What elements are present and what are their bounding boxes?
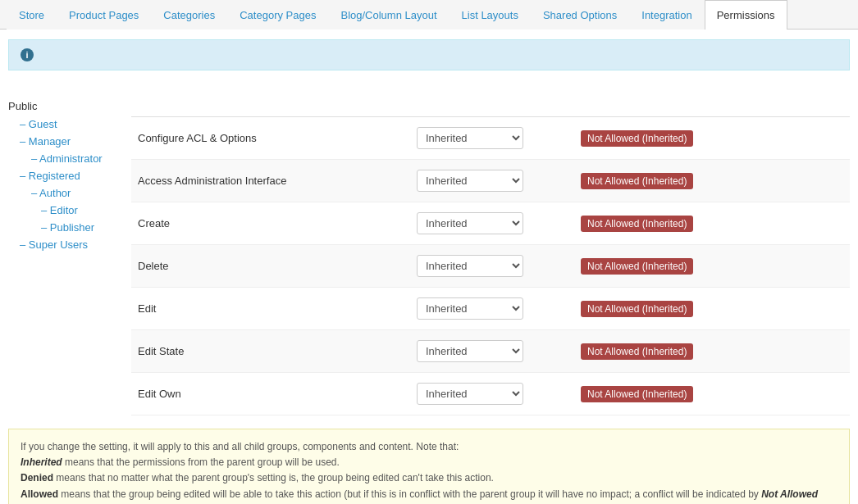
- notes-section: If you change the setting, it will apply…: [8, 429, 850, 504]
- sidebar: Public– Guest– Manager– Administrator– R…: [8, 93, 131, 415]
- tab-shared-options[interactable]: Shared Options: [531, 0, 629, 30]
- tab-blog-column-layout[interactable]: Blog/Column Layout: [328, 0, 449, 30]
- content-area: Configure ACL & OptionsInheritedAllowedD…: [131, 93, 850, 415]
- sidebar-item--manager[interactable]: – Manager: [8, 133, 131, 150]
- info-icon: i: [21, 48, 34, 61]
- action-label: Edit Own: [131, 384, 410, 403]
- sidebar-group-public: Public: [8, 97, 131, 116]
- header-setting: [410, 100, 574, 110]
- sidebar-item--publisher[interactable]: – Publisher: [8, 219, 131, 236]
- note-denied: Denied means that no matter what the par…: [21, 470, 837, 486]
- sidebar-item--author[interactable]: – Author: [8, 184, 131, 202]
- header-calculated: [574, 100, 850, 110]
- table-row: Edit StateInheritedAllowedDeniedNot Allo…: [131, 330, 850, 373]
- calculated-badge: Not Allowed (Inherited): [581, 343, 693, 360]
- info-bar: i: [8, 39, 850, 70]
- note-allowed: Allowed means that the group being edite…: [21, 487, 837, 504]
- sidebar-item--administrator[interactable]: – Administrator: [8, 150, 131, 167]
- table-row: DeleteInheritedAllowedDeniedNot Allowed …: [131, 245, 850, 288]
- action-label: Access Administration Interface: [131, 171, 410, 190]
- tab-list-layouts[interactable]: List Layouts: [450, 0, 531, 30]
- sidebar-item--guest[interactable]: – Guest: [8, 116, 131, 133]
- tab-categories[interactable]: Categories: [151, 0, 227, 30]
- table-row: Configure ACL & OptionsInheritedAllowedD…: [131, 117, 850, 160]
- tab-store[interactable]: Store: [7, 0, 57, 30]
- tab-permissions[interactable]: Permissions: [705, 0, 787, 30]
- manage-text: [0, 80, 858, 93]
- table-row: CreateInheritedAllowedDeniedNot Allowed …: [131, 202, 850, 245]
- setting-select[interactable]: InheritedAllowedDenied: [417, 383, 523, 405]
- main-layout: Public– Guest– Manager– Administrator– R…: [0, 93, 858, 415]
- setting-select[interactable]: InheritedAllowedDenied: [417, 170, 523, 192]
- calculated-badge: Not Allowed (Inherited): [581, 216, 693, 232]
- tab-category-pages[interactable]: Category Pages: [227, 0, 328, 30]
- table-row: EditInheritedAllowedDeniedNot Allowed (I…: [131, 288, 850, 330]
- note-inherited: Inherited means that the permissions fro…: [21, 455, 837, 470]
- action-label: Create: [131, 214, 410, 233]
- tab-bar: StoreProduct PagesCategoriesCategory Pag…: [0, 0, 858, 30]
- sidebar-item--registered[interactable]: – Registered: [8, 167, 131, 184]
- table-row: Access Administration InterfaceInherited…: [131, 160, 850, 202]
- setting-select[interactable]: InheritedAllowedDenied: [417, 340, 523, 362]
- table-row: Edit OwnInheritedAllowedDeniedNot Allowe…: [131, 373, 850, 415]
- calculated-badge: Not Allowed (Inherited): [581, 173, 693, 189]
- tab-product-pages[interactable]: Product Pages: [57, 0, 151, 30]
- table-header: [131, 93, 850, 117]
- setting-select[interactable]: InheritedAllowedDenied: [417, 255, 523, 277]
- action-label: Delete: [131, 257, 410, 275]
- calculated-badge: Not Allowed (Inherited): [581, 130, 693, 147]
- action-label: Edit State: [131, 342, 410, 361]
- calculated-badge: Not Allowed (Inherited): [581, 301, 693, 317]
- sidebar-item--editor[interactable]: – Editor: [8, 202, 131, 219]
- setting-select[interactable]: InheritedAllowedDenied: [417, 127, 523, 149]
- action-label: Configure ACL & Options: [131, 129, 410, 148]
- calculated-badge: Not Allowed (Inherited): [581, 386, 693, 402]
- calculated-badge: Not Allowed (Inherited): [581, 258, 693, 275]
- action-label: Edit: [131, 299, 410, 318]
- permission-rows: Configure ACL & OptionsInheritedAllowedD…: [131, 117, 850, 415]
- tab-integration[interactable]: Integration: [629, 0, 704, 30]
- header-action: [131, 100, 410, 110]
- notes-intro: If you change the setting, it will apply…: [21, 439, 837, 455]
- setting-select[interactable]: InheritedAllowedDenied: [417, 297, 523, 320]
- sidebar-item--super-users[interactable]: – Super Users: [8, 236, 131, 253]
- setting-select[interactable]: InheritedAllowedDenied: [417, 212, 523, 234]
